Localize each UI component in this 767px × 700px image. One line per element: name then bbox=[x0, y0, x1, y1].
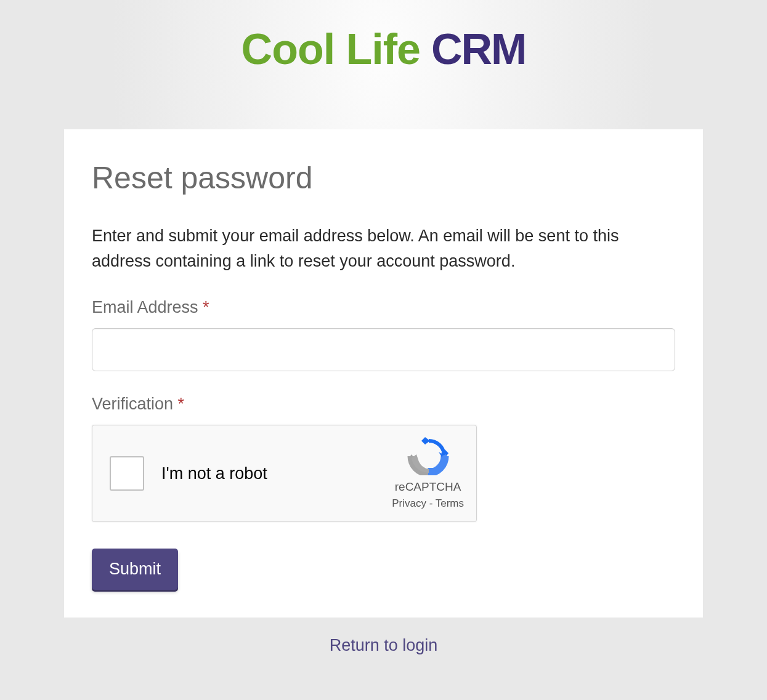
reset-password-card: Reset password Enter and submit your ema… bbox=[64, 129, 703, 618]
page-title: Reset password bbox=[92, 160, 675, 196]
submit-button[interactable]: Submit bbox=[92, 549, 178, 590]
recaptcha-widget: I'm not a robot reCAPTCHA Privac bbox=[92, 425, 477, 522]
email-label-text: Email Address bbox=[92, 298, 198, 316]
email-form-group: Email Address * bbox=[92, 298, 675, 371]
recaptcha-icon bbox=[407, 437, 450, 475]
verification-label: Verification * bbox=[92, 395, 675, 414]
recaptcha-terms-link[interactable]: Terms bbox=[436, 497, 464, 509]
return-to-login-link[interactable]: Return to login bbox=[330, 636, 438, 655]
logo: Cool Life CRM bbox=[241, 25, 526, 74]
logo-text-right: CRM bbox=[431, 25, 526, 74]
recaptcha-links: Privacy - Terms bbox=[392, 497, 464, 510]
recaptcha-label: I'm not a robot bbox=[161, 464, 392, 483]
logo-text-left: Cool Life bbox=[241, 25, 420, 74]
recaptcha-privacy-link[interactable]: Privacy bbox=[392, 497, 426, 509]
email-label: Email Address * bbox=[92, 298, 675, 317]
verification-label-text: Verification bbox=[92, 395, 173, 413]
required-marker: * bbox=[178, 395, 185, 413]
verification-form-group: Verification * I'm not a robot bbox=[92, 395, 675, 522]
recaptcha-brand-text: reCAPTCHA bbox=[395, 480, 461, 494]
recaptcha-checkbox[interactable] bbox=[110, 456, 144, 491]
recaptcha-link-separator: - bbox=[426, 497, 436, 509]
page-description: Enter and submit your email address belo… bbox=[92, 223, 675, 273]
recaptcha-branding: reCAPTCHA Privacy - Terms bbox=[392, 437, 464, 510]
required-marker: * bbox=[203, 298, 209, 316]
email-field[interactable] bbox=[92, 328, 675, 371]
